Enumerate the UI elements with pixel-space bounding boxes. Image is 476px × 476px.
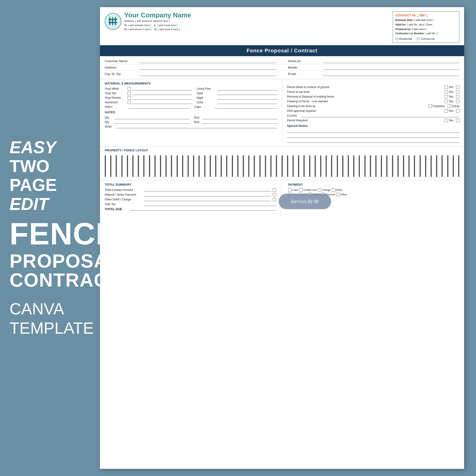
vinyl-white-field[interactable] — [132, 87, 192, 90]
hoa-no-checkbox[interactable] — [456, 109, 459, 113]
cash-checkbox[interactable] — [288, 188, 291, 192]
special-notes-area: Special Notes: — [287, 124, 459, 143]
other-gates-field[interactable] — [116, 125, 277, 128]
hoa-label: HOA approval required — [287, 109, 443, 113]
qty-label-2: Qty — [105, 120, 112, 124]
notes-line-3[interactable] — [287, 139, 459, 143]
other-payment-checkbox-2[interactable] — [337, 193, 340, 196]
residential-option[interactable]: Residential — [395, 37, 412, 41]
hoa-checkbox[interactable]: Yes — [444, 109, 453, 113]
city-label: City, St, Zip: — [105, 72, 138, 76]
summary-col: TOTAL SUMMARY Total Contract Amount Depo… — [105, 183, 281, 216]
top-no-checkbox[interactable] — [456, 90, 459, 94]
size-field-2[interactable] — [202, 120, 277, 124]
vinyl-white-checkbox[interactable] — [128, 87, 131, 90]
charge-checkbox[interactable] — [318, 188, 321, 192]
notes-line-2[interactable] — [287, 134, 459, 138]
vinyl-pickets-checkbox[interactable] — [128, 96, 131, 100]
charge-item[interactable]: Charge — [318, 188, 331, 192]
aluminium-field[interactable] — [132, 101, 192, 104]
address-field[interactable] — [140, 66, 276, 69]
city-field[interactable] — [140, 72, 276, 76]
total-contract-checkbox[interactable] — [273, 188, 276, 192]
gates-title: GATES — [105, 110, 277, 114]
dot — [309, 176, 310, 177]
country-label: Country — [287, 114, 297, 117]
contour-no-checkbox[interactable] — [456, 85, 459, 89]
property-type-row: Residential Commercial — [395, 37, 457, 41]
cash-item[interactable]: Cash — [288, 188, 298, 192]
dot — [325, 176, 327, 177]
home-ph-field[interactable] — [323, 59, 459, 63]
commercial-radio[interactable] — [417, 37, 420, 40]
other-gates-label: Other — [105, 125, 112, 128]
cash-label: Cash — [292, 188, 298, 191]
email-field[interactable] — [323, 72, 459, 76]
qty-field-2[interactable] — [114, 120, 190, 124]
residential-radio[interactable] — [395, 37, 398, 40]
city-col: City, St, Zip: — [105, 72, 276, 76]
permit-checkbox[interactable]: Yes — [444, 119, 453, 122]
svg-rect-4 — [115, 18, 116, 25]
customer-name-field[interactable] — [140, 59, 276, 63]
size-field-1[interactable] — [202, 116, 277, 119]
total-contract-field[interactable] — [144, 188, 271, 192]
safe-tax-row: Safe Tax — [105, 203, 276, 206]
total-contract-row: Total Contract Amount — [105, 188, 276, 192]
dot — [199, 176, 200, 177]
materials-title: MATERIAL & MEASUREMENTS — [105, 82, 277, 85]
safe-tax-field[interactable] — [144, 203, 276, 206]
contour-checkbox[interactable]: Yes — [444, 85, 453, 89]
deposit-field[interactable] — [144, 193, 271, 196]
options-col: Fence follow to contour of ground Yes Fe… — [282, 82, 459, 144]
removal-checkbox[interactable]: Yes — [444, 95, 453, 98]
qty-field-1[interactable] — [114, 116, 190, 119]
removal-no-checkbox[interactable] — [456, 95, 459, 98]
clearing-checkbox[interactable]: Yes — [444, 100, 453, 103]
commercial-option[interactable]: Commercial — [417, 37, 435, 41]
dot — [453, 176, 454, 177]
customer-checkbox[interactable]: Customer — [428, 104, 445, 108]
other-payment-item[interactable]: Other — [332, 188, 343, 192]
address-row: Address: Mobile: — [105, 65, 459, 71]
document: Your Company Name Address: [ add busines… — [100, 7, 464, 469]
deposit-row: Deposit / Down Payment — [105, 193, 276, 196]
color-field[interactable] — [217, 101, 277, 104]
other-debit-field[interactable] — [144, 198, 271, 201]
vinyl-white-label: Vinyl White — [105, 87, 126, 90]
dot — [110, 176, 111, 177]
clearing-no-checkbox[interactable] — [456, 100, 459, 103]
other-payment-checkbox[interactable] — [332, 188, 335, 192]
dot — [154, 176, 156, 177]
mobile-field[interactable] — [323, 66, 459, 69]
color-label: Color — [197, 101, 216, 104]
deposit-checkbox[interactable] — [273, 193, 276, 196]
dot — [430, 176, 432, 177]
height-field[interactable] — [217, 96, 277, 100]
canva-text: CANVA — [10, 299, 90, 319]
svg-rect-2 — [109, 18, 110, 25]
aluminium-checkbox[interactable] — [128, 101, 131, 104]
lineal-feet-field[interactable] — [217, 87, 277, 90]
vinyl-tan-field[interactable] — [132, 92, 192, 95]
notes-line-1[interactable] — [287, 129, 459, 133]
other-debit-checkbox[interactable] — [273, 198, 276, 201]
other-payment-label-2: Other — [340, 193, 347, 196]
permit-no-checkbox[interactable] — [456, 119, 459, 122]
vinyl-pickets-field[interactable] — [132, 96, 192, 100]
contour-label: Fence follow to contour of ground — [287, 85, 443, 89]
top-level-checkbox[interactable]: Yes — [444, 90, 453, 94]
country-field[interactable] — [300, 114, 459, 117]
other-payment-item-2[interactable]: Other — [337, 193, 347, 196]
credit-card-checkbox[interactable] — [299, 188, 303, 192]
caps-field[interactable] — [215, 105, 277, 108]
credit-card-item[interactable]: Credit Card — [299, 188, 317, 192]
total-due-field[interactable] — [130, 207, 276, 211]
style-field[interactable] — [217, 92, 277, 95]
valid-for: Valid for: [ add No. days ] Days — [395, 22, 457, 27]
vinyl-tan-checkbox[interactable] — [128, 92, 131, 95]
comp-checkbox[interactable]: Comp — [448, 104, 459, 108]
gates-row-1: Qty Size — [105, 116, 277, 119]
top-level-label: Fence to top level — [287, 90, 443, 94]
other-field[interactable] — [128, 105, 190, 108]
